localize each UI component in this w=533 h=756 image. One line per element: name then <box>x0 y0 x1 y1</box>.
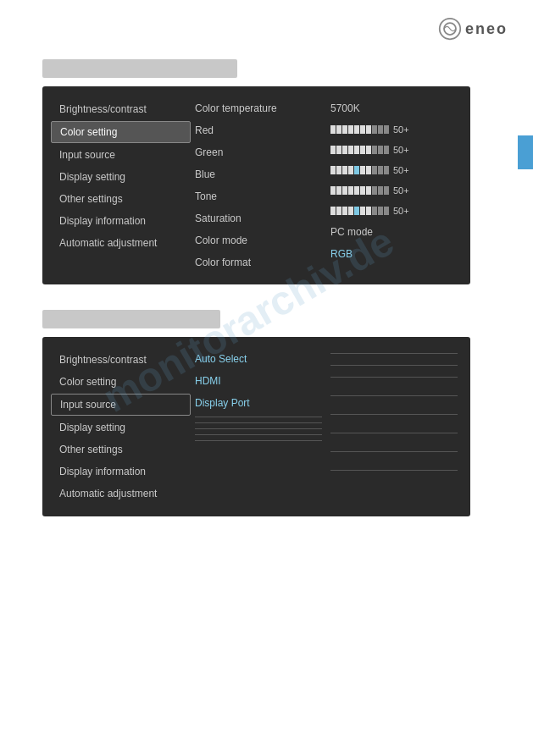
bar-seg <box>372 146 377 154</box>
right2-div7 <box>330 451 458 452</box>
menu-item-brightness[interactable]: Brightness/contrast <box>51 99 191 119</box>
bar-seg <box>378 146 383 154</box>
bar-seg <box>354 186 359 195</box>
menu2-item-brightness[interactable]: Brightness/contrast <box>51 350 191 370</box>
bar-seg <box>372 125 377 134</box>
bar-tone <box>330 186 389 195</box>
right2-div5 <box>330 414 458 415</box>
bar-seg <box>342 166 347 174</box>
center2-label-auto[interactable]: Auto Select <box>195 350 322 368</box>
bar-seg <box>342 125 347 134</box>
bar-seg <box>366 166 371 174</box>
menu-item-display-setting[interactable]: Display setting <box>51 167 191 187</box>
bar-seg <box>354 146 359 154</box>
bar-seg <box>336 146 341 154</box>
bar-saturation <box>330 207 389 215</box>
logo-area: eneo <box>438 17 508 41</box>
center-label-saturation: Saturation <box>195 209 322 228</box>
panel1: Brightness/contrast Color setting Input … <box>42 86 470 284</box>
menu2-item-display-info[interactable]: Display information <box>51 461 191 482</box>
bar-label-saturation: 50+ <box>393 206 409 216</box>
bar-seg <box>354 125 359 134</box>
bar-label-green: 50+ <box>393 145 409 155</box>
bar-seg <box>336 125 341 134</box>
bar-seg <box>360 146 365 154</box>
side-accent <box>518 135 533 169</box>
menu-item-other[interactable]: Other settings <box>51 189 191 209</box>
menu-item-auto-adj[interactable]: Automatic adjustment <box>51 233 191 253</box>
bar-seg <box>348 125 353 134</box>
bar-seg <box>378 166 383 174</box>
bar-seg <box>378 186 383 195</box>
bar-seg <box>360 125 365 134</box>
right2-div3 <box>330 377 458 378</box>
bar-seg-active <box>354 207 359 215</box>
right-value-tone: 50+ <box>330 182 458 199</box>
bar-label-tone: 50+ <box>393 185 409 196</box>
menu2-item-color[interactable]: Color setting <box>51 372 191 392</box>
bar-seg <box>342 207 347 215</box>
bar-seg <box>336 166 341 174</box>
menu-item-display-info[interactable]: Display information <box>51 211 191 231</box>
bar-seg <box>330 146 336 154</box>
bar-seg <box>360 207 365 215</box>
right-value-color-mode: PC mode <box>330 223 458 241</box>
center2-divider4 <box>195 434 322 435</box>
menu-item-input[interactable]: Input source <box>51 145 191 165</box>
bar-seg <box>384 146 389 154</box>
bar-seg <box>342 186 347 195</box>
panel2-left-menu: Brightness/contrast Color setting Input … <box>51 350 191 504</box>
bar-seg <box>360 186 365 195</box>
center-label-tone: Tone <box>195 187 322 206</box>
menu2-item-input[interactable]: Input source <box>51 394 191 416</box>
right-value-saturation: 50+ <box>330 202 458 219</box>
bar-seg <box>336 207 341 215</box>
center2-divider3 <box>195 428 322 429</box>
center2-divider5 <box>195 440 322 441</box>
bar-seg <box>348 207 353 215</box>
panel2-title-bar <box>42 310 220 328</box>
bar-seg <box>378 207 383 215</box>
bar-seg <box>384 166 389 174</box>
bar-seg <box>366 146 371 154</box>
menu2-item-other[interactable]: Other settings <box>51 439 191 460</box>
right-value-blue: 50+ <box>330 162 458 179</box>
bar-seg <box>384 207 389 215</box>
menu2-item-display-setting[interactable]: Display setting <box>51 417 191 438</box>
bar-seg <box>330 166 336 174</box>
bar-seg <box>372 207 377 215</box>
right-value-red: 50+ <box>330 121 458 138</box>
bar-seg <box>330 207 336 215</box>
bar-seg <box>330 186 336 195</box>
bar-seg <box>366 186 371 195</box>
bar-seg <box>378 125 383 134</box>
center-label-blue: Blue <box>195 165 322 184</box>
right-value-color-temp: 5700K <box>330 99 458 118</box>
menu2-item-auto-adj[interactable]: Automatic adjustment <box>51 483 191 504</box>
center2-label-hdmi[interactable]: HDMI <box>195 372 322 390</box>
right2-div1 <box>330 353 458 354</box>
right2-div2 <box>330 365 458 366</box>
right2-div6 <box>330 433 458 433</box>
center-label-color-mode: Color mode <box>195 231 322 250</box>
bar-seg <box>348 186 353 195</box>
center2-label-displayport[interactable]: Display Port <box>195 394 322 412</box>
panel1-center-column: Color temperature Red Green Blue Tone Sa… <box>191 99 326 272</box>
menu-item-color[interactable]: Color setting <box>51 121 191 143</box>
right-value-green: 50+ <box>330 141 458 158</box>
bar-seg <box>348 146 353 154</box>
bar-blue <box>330 166 389 174</box>
bar-seg <box>360 166 365 174</box>
panel1-title-bar <box>42 59 237 78</box>
bar-seg <box>372 166 377 174</box>
bar-red <box>330 125 389 134</box>
right-value-color-format: RGB <box>330 245 458 263</box>
bar-green <box>330 146 389 154</box>
right2-div4 <box>330 395 458 396</box>
bar-seg <box>366 125 371 134</box>
bar-label-blue: 50+ <box>393 165 409 175</box>
bar-seg <box>384 186 389 195</box>
bar-seg <box>330 125 336 134</box>
panel2-right-column <box>326 350 462 504</box>
bar-seg <box>372 186 377 195</box>
